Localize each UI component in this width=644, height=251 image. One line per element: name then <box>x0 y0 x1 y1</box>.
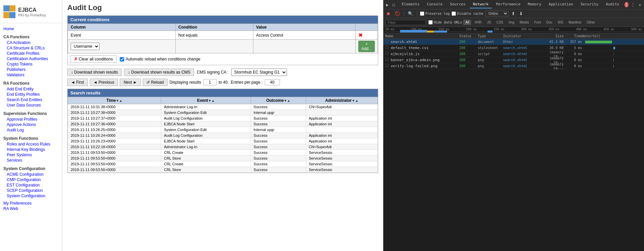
filter-media[interactable]: Media <box>517 20 531 25</box>
throttle-select[interactable]: Online Slow 3G Fast 3G Offline <box>486 11 508 16</box>
table-row[interactable]: 2019-11-11 10:26:23+0000EJBCA Node Start… <box>68 138 378 144</box>
table-row[interactable]: 2019-11-11 10:27:36+0000EJBCA Node Start… <box>68 121 378 127</box>
filter-doc[interactable]: Doc <box>544 20 554 25</box>
add-btn-cell[interactable]: + Add... <box>355 40 378 53</box>
table-row[interactable]: 2019-11-11 09:53:50+0000CRL StoreSuccess… <box>68 167 378 173</box>
filter-ws[interactable]: WS <box>556 20 565 25</box>
devtools-more-icon[interactable]: ⋮ <box>629 1 637 8</box>
preserve-log-checkbox[interactable] <box>420 11 424 16</box>
filter-js[interactable]: JS <box>485 20 493 25</box>
nav-internal-key-bindings[interactable]: Internal Key Bindings <box>0 147 62 152</box>
condition-delete-event[interactable]: ✖ <box>355 31 378 40</box>
nav-validators[interactable]: Validators <box>0 72 62 78</box>
nav-end-entity-profiles[interactable]: End Entity Profiles <box>0 92 62 97</box>
nav-approve-actions[interactable]: Approve Actions <box>0 122 62 127</box>
nav-acme[interactable]: ACME Configuration <box>0 172 62 177</box>
page-number-input[interactable] <box>203 79 217 85</box>
next-btn[interactable]: Next ► <box>120 79 141 86</box>
download-cms-btn[interactable]: ↓ Download shown results as CMS <box>124 69 194 76</box>
tab-sources[interactable]: Sources <box>446 1 469 8</box>
table-row[interactable]: 2019-11-11 09:53:50+0000CRL CreateSucces… <box>68 161 378 167</box>
col-initiator-header[interactable]: Initiator <box>503 34 540 38</box>
col-waterfall-header[interactable]: Waterfall <box>582 34 642 38</box>
nav-ra-web[interactable]: RA Web <box>0 206 62 211</box>
tab-audits[interactable]: Audits <box>602 1 622 8</box>
add-condition-btn[interactable]: + Add... <box>358 41 375 52</box>
disable-cache-checkbox[interactable] <box>452 11 456 16</box>
col-status-header[interactable]: Status <box>459 34 478 38</box>
reload-btn[interactable]: ↺ Reload <box>143 79 167 86</box>
tab-application[interactable]: Application <box>545 1 577 8</box>
nav-ca-activation[interactable]: CA Activation <box>0 40 62 45</box>
clear-btn[interactable]: 🚫 <box>394 11 401 16</box>
network-row[interactable]: search.xhtml 200 document Other 45.3 KB … <box>383 39 644 45</box>
auto-reload-label[interactable]: Automatic reload when conditions change <box>120 57 200 61</box>
nav-services[interactable]: Services <box>0 158 62 163</box>
table-row[interactable]: 2019-11-11 10:27:38+0000System Configura… <box>68 110 378 116</box>
table-row[interactable]: 2019-11-11 10:31:38+0000Administrator Lo… <box>68 104 378 110</box>
tab-performance[interactable]: Performance <box>493 1 524 8</box>
download-btn[interactable]: ↓ Download shown results <box>67 69 121 76</box>
tab-console[interactable]: Console <box>424 1 446 8</box>
filter-xhr[interactable]: XHR <box>472 20 484 25</box>
disable-cache-label[interactable]: Disable cache <box>452 11 483 16</box>
tab-network[interactable]: Network <box>470 1 492 8</box>
col-time-header[interactable]: Time <box>564 34 582 38</box>
nav-audit-log[interactable]: Audit Log <box>0 127 62 133</box>
auto-reload-checkbox[interactable] <box>120 57 124 61</box>
entries-per-page-input[interactable] <box>265 79 280 85</box>
export-btn[interactable]: ⬇ <box>518 11 524 16</box>
table-row[interactable]: 2019-11-11 09:53:50+0000CRL CreateSucces… <box>68 150 378 156</box>
table-row[interactable]: 2019-11-11 09:53:50+0000CRL StoreSuccess… <box>68 156 378 161</box>
devtools-inspect-icon[interactable]: ▶ <box>385 1 390 8</box>
col-size-header[interactable]: Size <box>540 34 564 38</box>
nav-cert-authorities[interactable]: Certification Authorities <box>0 56 62 61</box>
nav-cmp[interactable]: CMP Configuration <box>0 177 62 182</box>
table-row[interactable]: 2019-11-11 10:26:24+0000Audit Log Config… <box>68 133 378 138</box>
nav-crypto-tokens[interactable]: Crypto Tokens <box>0 61 62 67</box>
filter-img[interactable]: Img <box>507 20 516 25</box>
col-time-header[interactable]: Time▼▲ <box>68 97 161 104</box>
cms-ca-dropdown[interactable]: Stormhub EC Staging G1 <box>231 69 287 76</box>
hide-data-urls-label[interactable]: Hide data URLs <box>428 20 462 25</box>
tab-elements[interactable]: Elements <box>398 1 423 8</box>
nav-scep[interactable]: SCEP Configuration <box>0 188 62 193</box>
table-row[interactable]: 2019-11-11 10:27:37+0000Audit Log Config… <box>68 116 378 121</box>
nav-ca-structure[interactable]: CA Structure & CRLs <box>0 45 62 51</box>
col-admin-header[interactable]: Administrator▼▲ <box>306 97 378 104</box>
network-row[interactable]: ejbcajslib.js 200 script search.xhtml (m… <box>383 51 644 57</box>
delete-event-btn[interactable]: ✖ <box>358 32 363 38</box>
nav-roles[interactable]: Roles and Access Rules <box>0 141 62 147</box>
nav-user-data-sources[interactable]: User Data Sources <box>0 102 62 108</box>
nav-approval-profiles[interactable]: Approval Profiles <box>0 117 62 122</box>
network-row[interactable]: banner_ejbca-admin.png 200 png search.xh… <box>383 57 644 63</box>
network-filter-input[interactable] <box>385 20 426 25</box>
hide-data-urls-checkbox[interactable] <box>428 20 433 25</box>
col-type-header[interactable]: Type <box>478 34 503 38</box>
nav-system-config[interactable]: System Configuration <box>0 193 62 199</box>
table-row[interactable]: 2019-11-11 10:22:18+0000Administrator Lo… <box>68 144 378 150</box>
filter-manifest[interactable]: Manifest <box>567 20 583 25</box>
network-row[interactable]: verify-log-failed.png 200 png search.xht… <box>383 63 644 69</box>
nav-add-end-entity[interactable]: Add End Entity <box>0 86 62 92</box>
add-column-cell[interactable]: Username Event Outcome <box>68 40 176 53</box>
nav-search-end-entities[interactable]: Search End Entities <box>0 97 62 102</box>
import-btn[interactable]: ⬆ <box>510 11 516 16</box>
nav-publishers[interactable]: Publishers <box>0 67 62 72</box>
prev-btn[interactable]: ◄ Previous <box>90 79 118 86</box>
filter-all[interactable]: All <box>463 20 471 25</box>
devtools-device-icon[interactable]: ◻ <box>391 1 396 8</box>
filter-css[interactable]: CSS <box>494 20 505 25</box>
first-btn[interactable]: ◄ First <box>67 79 88 86</box>
search-btn[interactable]: 🔍 <box>407 11 414 16</box>
preserve-log-label[interactable]: Preserve log <box>420 11 450 16</box>
record-btn[interactable]: ⏺ <box>385 11 392 16</box>
nav-est[interactable]: EST Configuration <box>0 182 62 188</box>
tab-security[interactable]: Security <box>577 1 602 8</box>
filter-other[interactable]: Other <box>584 20 597 25</box>
tab-memory[interactable]: Memory <box>525 1 545 8</box>
col-name-header[interactable]: Name <box>385 34 459 38</box>
table-row[interactable]: 2019-11-11 10:26:25+0000System Configura… <box>68 127 378 133</box>
col-event-header[interactable]: Event▼▲ <box>161 97 251 104</box>
devtools-close-icon[interactable]: ✕ <box>637 1 643 8</box>
